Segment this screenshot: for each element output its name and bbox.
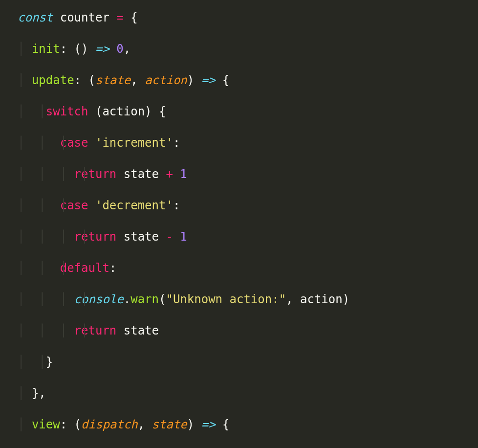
- code-line: │ view: (dispatch, state) => {: [18, 417, 478, 432]
- code-block[interactable]: const counter = { │ init: () => 0, │ upd…: [0, 0, 478, 448]
- arrow: =>: [201, 73, 216, 87]
- param: action: [145, 73, 187, 87]
- method: warn: [130, 292, 159, 306]
- brace: }: [46, 355, 53, 369]
- code-line: │ init: () => 0,: [18, 41, 478, 57]
- indent-guide: │: [18, 72, 24, 88]
- arrow: =>: [201, 418, 216, 431]
- number: 1: [180, 230, 187, 244]
- keyword: case: [60, 136, 88, 150]
- keyword-const: const: [18, 11, 53, 24]
- keyword: return: [74, 230, 117, 244]
- param: dispatch: [81, 418, 138, 431]
- brace: }: [32, 386, 39, 400]
- indent-guide: │: [18, 417, 24, 432]
- code-line: │ │ │ │ return state: [18, 323, 478, 338]
- code-line: │ │ }: [18, 354, 478, 370]
- code-line: │ │ switch (action) {: [18, 104, 478, 119]
- brace: {: [130, 11, 137, 24]
- property: update: [32, 73, 74, 87]
- code-line: │ │ │ case 'decrement':: [18, 198, 478, 213]
- code-line: │ │ │ case 'increment':: [18, 135, 478, 151]
- code-line: │ │ │ │ return state + 1: [18, 166, 478, 182]
- code-line: │ },: [18, 385, 478, 401]
- indent-guide: │: [18, 41, 24, 57]
- keyword: return: [74, 167, 117, 181]
- param: state: [152, 418, 187, 431]
- indent-guide: │: [18, 385, 24, 401]
- string: 'decrement': [95, 199, 173, 212]
- indent-guide: │ │: [18, 104, 46, 119]
- identifier: counter: [60, 11, 109, 24]
- keyword: switch: [46, 105, 88, 118]
- keyword: case: [60, 199, 88, 212]
- property: view: [32, 418, 60, 431]
- code-line: │ update: (state, action) => {: [18, 72, 478, 88]
- number: 1: [180, 167, 187, 181]
- keyword: default: [60, 261, 109, 275]
- indent-guide: │ │: [18, 354, 46, 370]
- console: console: [74, 292, 124, 306]
- arrow: =>: [95, 42, 109, 56]
- code-line: │ │ │ │ return state - 1: [18, 229, 478, 245]
- operator: =: [116, 11, 123, 24]
- code-line: │ │ │ │ console.warn("Unknown action:", …: [18, 291, 478, 307]
- string: 'increment': [95, 136, 173, 150]
- string: "Unknown action:": [166, 292, 286, 306]
- code-line: const counter = {: [18, 10, 478, 25]
- property: init: [32, 42, 60, 56]
- param: state: [95, 73, 130, 87]
- code-line: │ │ │ default:: [18, 260, 478, 276]
- keyword: return: [74, 324, 117, 337]
- number: 0: [116, 42, 123, 56]
